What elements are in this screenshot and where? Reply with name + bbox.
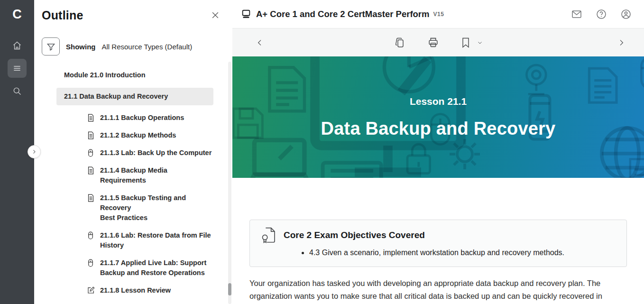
printer-icon [427, 37, 439, 48]
document-icon [87, 131, 95, 140]
bookmark-button[interactable] [461, 37, 470, 48]
panel-expand-toggle[interactable] [28, 145, 41, 158]
search-icon [12, 86, 22, 96]
exam-objectives-box: Core 2 Exam Objectives Covered 4.3 Given… [249, 220, 627, 267]
mouse-icon [87, 231, 95, 250]
course-title: A+ Core 1 and Core 2 CertMaster Perform [256, 9, 430, 19]
outline-nav-button[interactable] [8, 59, 27, 78]
app-window: C Outline [0, 0, 644, 304]
outline-item-topic[interactable]: 21.1.6 Lab: Restore Data from File Histo… [87, 230, 213, 250]
copy-button[interactable] [394, 37, 405, 48]
outline-item-topic[interactable]: 21.1.5 Backup Testing and Recovery Best … [87, 193, 213, 223]
previous-page-button[interactable] [256, 39, 264, 46]
home-nav-button[interactable] [8, 36, 27, 55]
help-icon [596, 9, 607, 20]
copy-icon [394, 37, 405, 48]
lesson-title: Data Backup and Recovery [321, 119, 556, 139]
outline-item-label: 21.1.4 Backup Media Requirements [100, 166, 213, 185]
objectives-list: 4.3 Given a scenario, implement workstat… [261, 248, 618, 258]
document-icon [87, 166, 95, 185]
mail-icon [571, 9, 582, 20]
outline-item-label: 21.1.8 Lesson Review [100, 286, 171, 295]
filter-current-value: All Resource Types (Default) [102, 43, 193, 51]
mouse-icon [87, 259, 95, 278]
outline-item-label: 21.1.5 Backup Testing and Recovery Best … [100, 193, 213, 223]
outline-item-topic[interactable]: 21.1.2 Backup Methods [87, 130, 213, 140]
filter-funnel-icon [46, 42, 55, 51]
outline-item-topic[interactable]: 21.1.3 Lab: Back Up the Computer [87, 148, 213, 158]
outline-item-module[interactable]: Module 21.0 Introduction [56, 70, 213, 80]
comptia-logo: C [0, 0, 34, 28]
document-icon [87, 194, 95, 223]
outline-item-label: 21.1.7 Applied Live Lab: Support Backup … [100, 258, 206, 278]
list-icon [12, 64, 22, 73]
bookmark-menu-button[interactable] [477, 40, 483, 46]
chevron-right-icon [31, 149, 37, 155]
objectives-title: Core 2 Exam Objectives Covered [284, 230, 425, 240]
objective-item: 4.3 Given a scenario, implement workstat… [309, 248, 618, 258]
outline-item-topic[interactable]: 21.1.8 Lesson Review [87, 286, 213, 295]
outline-item-topic[interactable]: 21.1.1 Backup Operations [87, 113, 213, 123]
bookmark-icon [461, 37, 470, 48]
home-icon [12, 41, 22, 50]
outline-item-topic[interactable]: 21.1.4 Backup Media Requirements [87, 166, 213, 185]
close-icon [211, 10, 220, 20]
lesson-content: Core 2 Exam Objectives Covered 4.3 Given… [232, 178, 644, 304]
mouse-icon [87, 149, 95, 158]
certificate-icon [261, 227, 276, 243]
course-version-badge: V15 [433, 11, 444, 18]
outline-item-topic[interactable]: 21.1.7 Applied Live Lab: Support Backup … [87, 258, 213, 278]
lesson-number: Lesson 21.1 [410, 96, 467, 107]
chevron-down-icon [477, 40, 483, 46]
outline-panel: Outline Showing All Resource Types (Defa… [34, 0, 232, 304]
document-icon [87, 114, 95, 123]
outline-item-label: 21.1.2 Backup Methods [100, 130, 176, 140]
outline-item-label: 21.1.1 Backup Operations [100, 113, 184, 123]
help-button[interactable] [596, 9, 607, 20]
outline-item-lesson-active[interactable]: 21.1 Data Backup and Recovery [56, 88, 213, 105]
close-outline-button[interactable] [211, 10, 220, 20]
outline-scrollbar-thumb[interactable] [228, 283, 231, 295]
outline-list: Module 21.0 Introduction 21.1 Data Backu… [42, 70, 232, 304]
resource-filter-button[interactable] [42, 37, 60, 55]
outline-item-label: 21.1.6 Lab: Restore Data from File Histo… [100, 230, 211, 250]
course-book-icon [241, 9, 251, 19]
course-header: A+ Core 1 and Core 2 CertMaster Perform … [232, 0, 644, 28]
next-page-button[interactable] [617, 39, 625, 46]
intro-paragraph: Your organization has tasked you with de… [249, 277, 627, 304]
lesson-hero-banner: Lesson 21.1 Data Backup and Recovery [232, 56, 644, 178]
edit-icon [87, 286, 95, 295]
outline-panel-title: Outline [42, 9, 83, 22]
messages-button[interactable] [571, 9, 582, 20]
outline-item-label: 21.1.3 Lab: Back Up the Computer [100, 148, 212, 158]
lesson-toolbar [232, 28, 644, 56]
chevron-left-icon [256, 39, 264, 46]
outline-scrollbar[interactable] [228, 62, 231, 304]
chevron-right-icon [617, 39, 625, 46]
account-button[interactable] [620, 9, 632, 20]
main-content: A+ Core 1 and Core 2 CertMaster Perform … [232, 0, 644, 304]
search-nav-button[interactable] [8, 82, 27, 101]
showing-label: Showing [66, 43, 96, 51]
print-button[interactable] [427, 37, 439, 48]
account-icon [620, 9, 632, 20]
